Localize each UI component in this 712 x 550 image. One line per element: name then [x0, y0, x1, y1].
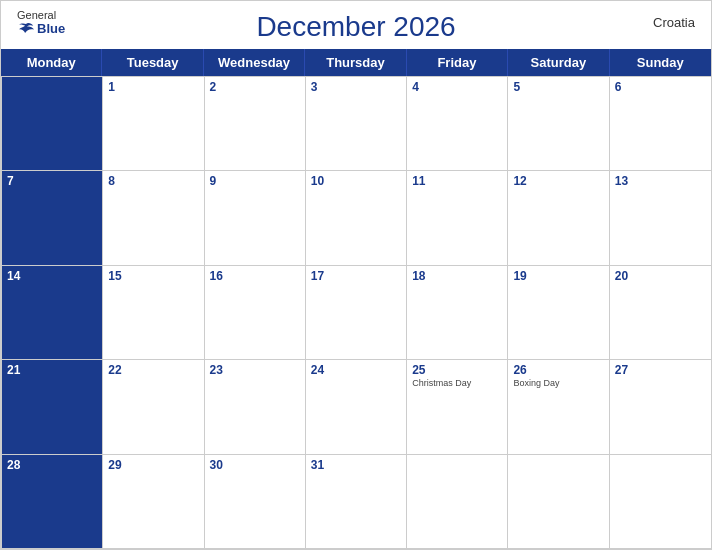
day-number: 10 — [311, 174, 401, 188]
day-cell: 19 — [508, 266, 609, 359]
holiday-label: Christmas Day — [412, 378, 502, 390]
day-cell: 7 — [2, 171, 103, 264]
day-cell: 25Christmas Day — [407, 360, 508, 453]
day-cell — [610, 455, 711, 548]
week-row-3: 14151617181920 — [2, 265, 711, 359]
day-number: 1 — [108, 80, 198, 94]
day-header-saturday: Saturday — [508, 49, 609, 76]
day-number: 29 — [108, 458, 198, 472]
day-cell: 13 — [610, 171, 711, 264]
day-number: 22 — [108, 363, 198, 377]
day-cell: 16 — [205, 266, 306, 359]
logo-general-text: General — [17, 9, 56, 21]
logo-bird-icon — [17, 22, 35, 36]
day-cell — [508, 455, 609, 548]
week-row-5: 28293031 — [2, 454, 711, 548]
day-number: 7 — [7, 174, 97, 188]
logo-blue-text: Blue — [17, 21, 65, 36]
day-number: 25 — [412, 363, 502, 377]
day-header-monday: Monday — [1, 49, 102, 76]
day-number: 31 — [311, 458, 401, 472]
day-cell: 17 — [306, 266, 407, 359]
day-cell: 5 — [508, 77, 609, 170]
day-number: 9 — [210, 174, 300, 188]
day-number: 20 — [615, 269, 706, 283]
day-number: 28 — [7, 458, 97, 472]
day-cell: 22 — [103, 360, 204, 453]
country-label: Croatia — [653, 15, 695, 30]
day-cell: 2 — [205, 77, 306, 170]
day-cell: 4 — [407, 77, 508, 170]
day-number: 13 — [615, 174, 706, 188]
day-cell: 31 — [306, 455, 407, 548]
day-cell: 28 — [2, 455, 103, 548]
day-cell: 30 — [205, 455, 306, 548]
day-cell — [2, 77, 103, 170]
day-number: 5 — [513, 80, 603, 94]
day-cell: 23 — [205, 360, 306, 453]
month-title: December 2026 — [256, 11, 455, 43]
day-number: 17 — [311, 269, 401, 283]
day-number: 23 — [210, 363, 300, 377]
day-headers-row: Monday Tuesday Wednesday Thursday Friday… — [1, 49, 711, 76]
day-number: 15 — [108, 269, 198, 283]
day-header-wednesday: Wednesday — [204, 49, 305, 76]
day-cell — [407, 455, 508, 548]
day-cell: 20 — [610, 266, 711, 359]
day-number: 27 — [615, 363, 706, 377]
week-row-1: 123456 — [2, 76, 711, 170]
calendar-header: General Blue December 2026 Croatia — [1, 1, 711, 49]
day-number: 18 — [412, 269, 502, 283]
day-cell: 8 — [103, 171, 204, 264]
day-number: 12 — [513, 174, 603, 188]
day-number: 4 — [412, 80, 502, 94]
logo: General Blue — [17, 9, 65, 36]
day-cell: 9 — [205, 171, 306, 264]
calendar: General Blue December 2026 Croatia Monda… — [0, 0, 712, 550]
day-cell: 21 — [2, 360, 103, 453]
day-header-thursday: Thursday — [305, 49, 406, 76]
day-header-friday: Friday — [407, 49, 508, 76]
day-number: 8 — [108, 174, 198, 188]
day-cell: 18 — [407, 266, 508, 359]
day-number: 11 — [412, 174, 502, 188]
day-cell: 10 — [306, 171, 407, 264]
day-number: 16 — [210, 269, 300, 283]
day-number: 14 — [7, 269, 97, 283]
day-number: 2 — [210, 80, 300, 94]
day-number: 30 — [210, 458, 300, 472]
day-cell: 26Boxing Day — [508, 360, 609, 453]
day-cell: 29 — [103, 455, 204, 548]
day-number: 21 — [7, 363, 97, 377]
day-number: 19 — [513, 269, 603, 283]
day-number: 3 — [311, 80, 401, 94]
day-cell: 24 — [306, 360, 407, 453]
day-cell: 11 — [407, 171, 508, 264]
day-header-sunday: Sunday — [610, 49, 711, 76]
week-row-4: 2122232425Christmas Day26Boxing Day27 — [2, 359, 711, 453]
day-cell: 3 — [306, 77, 407, 170]
day-number: 26 — [513, 363, 603, 377]
day-cell: 14 — [2, 266, 103, 359]
day-header-tuesday: Tuesday — [102, 49, 203, 76]
day-number: 6 — [615, 80, 706, 94]
calendar-grid: 1234567891011121314151617181920212223242… — [1, 76, 711, 549]
holiday-label: Boxing Day — [513, 378, 603, 390]
day-cell: 6 — [610, 77, 711, 170]
day-cell: 12 — [508, 171, 609, 264]
day-number: 24 — [311, 363, 401, 377]
day-cell: 27 — [610, 360, 711, 453]
day-cell: 15 — [103, 266, 204, 359]
day-cell: 1 — [103, 77, 204, 170]
week-row-2: 78910111213 — [2, 170, 711, 264]
